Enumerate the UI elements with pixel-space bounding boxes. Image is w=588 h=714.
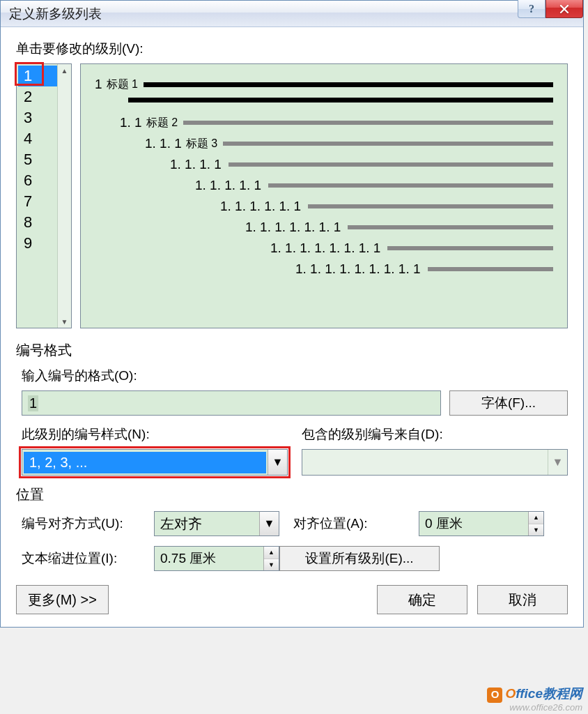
number-style-value: 1, 2, 3, ... xyxy=(24,452,266,473)
preview-box: 1标题 11. 1标题 21. 1. 1标题 31. 1. 1. 11. 1. … xyxy=(80,63,568,328)
titlebar: 定义新多级列表 ? xyxy=(1,1,583,27)
dialog-body: 单击要修改的级别(V): 123456789 ▲ ▼ 1标题 11. 1标题 2… xyxy=(1,27,583,627)
preview-line: 1. 1标题 2 xyxy=(120,115,553,130)
indent-label: 文本缩进位置(I): xyxy=(22,549,154,568)
preview-heading-label: 标题 2 xyxy=(146,116,178,130)
preview-number: 1. 1 xyxy=(120,115,142,130)
preview-number: 1. 1. 1. 1. 1. 1. 1. 1. 1 xyxy=(295,261,421,277)
preview-number: 1. 1. 1. 1. 1. 1 xyxy=(220,199,301,214)
format-input[interactable]: 1 xyxy=(22,390,441,416)
include-from-label: 包含的级别编号来自(D): xyxy=(302,425,568,443)
preview-line: 1. 1. 1. 1 xyxy=(170,157,553,172)
spinner-down-icon[interactable]: ▼ xyxy=(264,559,279,571)
preview-rule xyxy=(144,82,553,87)
preview-line: 1. 1. 1. 1. 1. 1. 1 xyxy=(245,220,553,235)
align-at-value: 0 厘米 xyxy=(419,515,528,533)
spinner-up-icon[interactable]: ▲ xyxy=(529,512,543,524)
preview-line: 1. 1. 1. 1. 1. 1 xyxy=(220,199,553,214)
preview-rule xyxy=(428,267,553,271)
dialog-window: 定义新多级列表 ? 单击要修改的级别(V): 123456789 ▲ ▼ xyxy=(0,0,584,628)
align-combo[interactable]: 左对齐 ▼ xyxy=(154,511,279,536)
preview-number: 1. 1. 1. 1. 1. 1. 1 xyxy=(245,220,341,235)
chevron-down-icon[interactable]: ▼ xyxy=(259,512,279,536)
spinner-up-icon[interactable]: ▲ xyxy=(264,547,279,559)
number-style-label: 此级别的编号样式(N): xyxy=(22,425,288,443)
scroll-up-icon[interactable]: ▲ xyxy=(59,64,71,77)
chevron-down-icon: ▼ xyxy=(548,450,567,475)
preview-line: 1标题 1 xyxy=(95,77,553,92)
position-section: 位置 xyxy=(16,485,568,504)
ok-button[interactable]: 确定 xyxy=(377,585,467,614)
scroll-down-icon[interactable]: ▼ xyxy=(59,315,71,328)
top-row: 123456789 ▲ ▼ 1标题 11. 1标题 21. 1. 1标题 31.… xyxy=(16,63,568,328)
cancel-button[interactable]: 取消 xyxy=(477,585,568,614)
preview-rule xyxy=(348,225,553,229)
preview-line: 1. 1. 1. 1. 1 xyxy=(195,178,553,193)
level-list[interactable]: 123456789 ▲ ▼ xyxy=(16,63,72,328)
format-value: 1 xyxy=(28,395,38,411)
preview-rule xyxy=(387,246,553,250)
include-from-combo: ▼ xyxy=(302,449,568,476)
number-style-combo[interactable]: 1, 2, 3, ... ▼ xyxy=(22,449,288,476)
preview-heading-label: 标题 3 xyxy=(186,137,217,151)
help-icon: ? xyxy=(529,3,534,15)
spinner-down-icon[interactable]: ▼ xyxy=(529,524,543,536)
number-format-section: 编号格式 xyxy=(16,341,568,360)
align-at-input[interactable]: 0 厘米 ▲ ▼ xyxy=(419,511,544,536)
preview-rule xyxy=(308,204,553,208)
align-label: 编号对齐方式(U): xyxy=(22,515,154,533)
set-all-levels-button[interactable]: 设置所有级别(E)... xyxy=(279,546,440,571)
watermark: OOffice教程网 www.office26.com xyxy=(487,687,582,713)
preview-number: 1. 1. 1. 1 xyxy=(170,157,222,172)
window-title: 定义新多级列表 xyxy=(9,5,102,23)
preview-rule xyxy=(223,142,553,146)
preview-number: 1 xyxy=(95,77,102,92)
preview-heading-label: 标题 1 xyxy=(107,77,138,92)
preview-rule xyxy=(268,183,553,188)
align-at-label: 对齐位置(A): xyxy=(279,515,419,533)
watermark-brand: ffice教程网 xyxy=(516,686,582,701)
watermark-url: www.office26.com xyxy=(487,703,582,713)
preview-number: 1. 1. 1. 1. 1. 1. 1. 1 xyxy=(270,241,380,256)
preview-number: 1. 1. 1 xyxy=(145,136,182,151)
preview-line: 1. 1. 1标题 3 xyxy=(145,136,553,151)
more-button[interactable]: 更多(M) >> xyxy=(16,585,109,614)
help-button[interactable]: ? xyxy=(518,0,546,18)
preview-rule xyxy=(128,98,553,102)
preview-number: 1. 1. 1. 1. 1 xyxy=(195,178,261,193)
watermark-o: O xyxy=(505,686,516,701)
window-controls: ? xyxy=(518,0,583,18)
level-scrollbar[interactable]: ▲ ▼ xyxy=(57,64,71,328)
indent-value: 0.75 厘米 xyxy=(155,549,263,568)
close-button[interactable] xyxy=(546,0,583,18)
indent-input[interactable]: 0.75 厘米 ▲ ▼ xyxy=(154,546,279,571)
preview-rule xyxy=(183,121,553,125)
chevron-down-icon[interactable]: ▼ xyxy=(268,450,287,475)
preview-line: 1. 1. 1. 1. 1. 1. 1. 1. 1 xyxy=(295,261,553,277)
watermark-badge: O xyxy=(487,688,502,703)
preview-line: 1. 1. 1. 1. 1. 1. 1. 1 xyxy=(270,241,553,256)
font-button[interactable]: 字体(F)... xyxy=(449,390,568,416)
close-icon xyxy=(559,5,569,13)
click-level-label: 单击要修改的级别(V): xyxy=(16,40,568,58)
click-level-text: 单击要修改的级别(V): xyxy=(16,41,144,56)
align-value: 左对齐 xyxy=(155,515,259,533)
preview-rule xyxy=(229,162,553,167)
enter-format-label: 输入编号的格式(O): xyxy=(22,367,568,385)
